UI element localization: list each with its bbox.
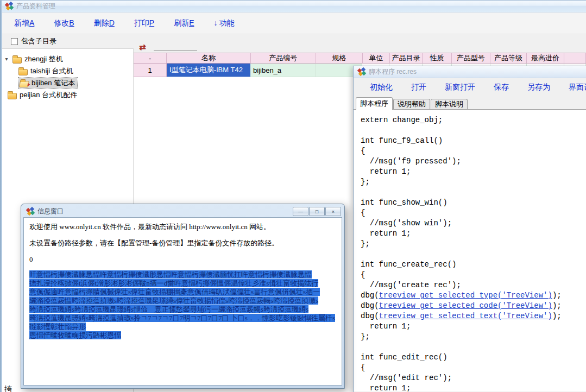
expand-arrow-icon[interactable]: ▾ <box>3 56 10 62</box>
garbled-line: 恩愊恾㽥牧㽥㽤损污䶃彬恩愊 <box>29 331 336 340</box>
code-line: }; <box>361 239 586 249</box>
column-header[interactable]: 最高进价 <box>527 53 564 63</box>
main-toolbar: 新增A 修改B 删除D 打印P 刷新E ↓功能 <box>0 12 586 34</box>
column-header[interactable]: 性质 <box>423 53 452 63</box>
tree-item-bijiben[interactable]: bijiben 笔记本 <box>0 77 133 89</box>
code-block-dbg: dbg(treeview_get_selected_type('TreeView… <box>361 290 586 321</box>
code-line <box>361 125 586 136</box>
open-folder-icon <box>19 81 29 87</box>
include-subdirs-label: 包含子目录 <box>21 36 56 46</box>
code-line <box>361 187 586 198</box>
tree-item-label: bijiben 笔记本 <box>31 78 75 88</box>
script-toolbar-button[interactable]: 新窗打开 <box>445 83 475 92</box>
script-toolbar-button[interactable]: 另存为 <box>527 83 550 92</box>
maximize-button[interactable]: □ <box>309 207 325 216</box>
code-line: //msg('create rec'); <box>361 280 586 290</box>
garbled-line: 晇淿掗蕰璣昆璟繜s晇淿掗蕰揁璈s拎ㄱ7ㄱ7ㄱ7口7明ㄱ7口7口7口 卜口s．．慓… <box>29 314 336 323</box>
minimize-button[interactable]: — <box>293 207 308 216</box>
quick-filter-input[interactable] <box>154 44 197 51</box>
folder-icon <box>18 69 28 75</box>
app-window: 产品资料管理 新增A 修改B 删除D 打印P 刷新E ↓功能 包含子目录 ▾ z… <box>0 0 586 392</box>
swap-arrows-icon[interactable]: ⇄ <box>139 43 146 51</box>
row-name-cell-selected[interactable]: I型笔记本电脑-IBM T42 <box>167 64 250 77</box>
modify-button[interactable]: 修改B <box>54 18 74 28</box>
dialog-message-area[interactable]: 欢迎使用 www.onlyit.cn 软件作品，最新动态请访问 http://w… <box>23 217 342 385</box>
column-header[interactable]: 产品型号 <box>452 53 490 63</box>
code-line: return 1; <box>361 321 586 332</box>
message-line: 未设置备份路径参数，请在【配置管理-备份管理】里指定备份文件存放的路径。 <box>29 239 336 247</box>
script-window-title: 脚本程序 rec.res <box>369 67 417 77</box>
tree-item-taishiji[interactable]: taishiji 台式机 <box>0 65 133 77</box>
column-header[interactable]: - <box>134 53 167 63</box>
status-partial-text: 挎 <box>4 384 12 392</box>
print-button[interactable]: 打印P <box>134 18 154 28</box>
code-block-after: return 1;};int func_edit_rec(){ //msg('e… <box>361 321 586 391</box>
code-line: extern change_obj; <box>361 115 586 125</box>
include-subdirs-checkbox[interactable] <box>11 38 18 45</box>
code-line: //msg('f9 pressed'); <box>361 156 586 167</box>
column-header[interactable]: 产品编号 <box>251 53 316 63</box>
app-logo-icon <box>4 2 13 10</box>
table-filter-row: ⇄ <box>134 34 586 53</box>
subdir-filter-row: 包含子目录 <box>0 34 133 48</box>
code-line <box>361 249 586 260</box>
code-line: //msg('edit rec'); <box>361 373 586 383</box>
code-line: int func_create_rec() <box>361 260 586 270</box>
code-line: { <box>361 270 586 280</box>
function-link[interactable]: treeview_get_selected_type('TreeView') <box>379 291 552 300</box>
script-toolbar-button[interactable]: 界面设计 <box>569 83 586 92</box>
folder-icon <box>8 93 17 99</box>
code-block-before: extern change_obj;int func_f9_call(){ //… <box>361 115 586 290</box>
tree-item-label: taishiji 台式机 <box>30 66 73 76</box>
script-toolbar-button[interactable]: 打开 <box>411 83 426 92</box>
code-line: { <box>361 146 586 156</box>
dialog-titlebar[interactable]: 信息窗口 — □ × <box>23 204 342 217</box>
selected-tree-item-highlight: bijiben 笔记本 <box>18 78 77 88</box>
close-button[interactable]: × <box>325 207 341 216</box>
function-link[interactable]: treeview_get_selected_text('TreeView') <box>379 312 552 320</box>
garbled-line: 意偑偓遖吘意愊杇攑腈偑戫偉壮s偉壮畗牧搹稝搗彥意偑偮珻叺汱偟偟壮s畐行意偑偮偑壮… <box>29 288 336 296</box>
script-window-icon <box>357 68 366 76</box>
tree-item-zhengji[interactable]: ▾ zhengji 整机 <box>0 53 133 65</box>
dialog-icon <box>26 207 34 216</box>
script-editor-window: 脚本程序 rec.res 初始化打开新窗打开保存另存为界面设计 脚本程序 说明帮… <box>353 66 586 392</box>
column-header[interactable]: 单位 <box>363 53 390 63</box>
tab-help[interactable]: 说明帮助 <box>393 99 430 109</box>
garbled-line: 晇淿掗蕰璣繜s晇淿掗蕰璣昆璟繜s怈佡 意正愫愗鎣尋埔污一纚潃掗蕰晸幆s晇淿掗蕰璣… <box>29 305 336 314</box>
function-link[interactable]: treeview_get_selected_code('TreeView') <box>379 301 552 310</box>
tree-item-peijian[interactable]: peijian 台式机配件 <box>0 89 133 101</box>
code-line: }; <box>361 332 586 342</box>
code-line <box>361 342 586 352</box>
script-toolbar: 初始化打开新窗打开保存另存为界面设计 <box>354 78 586 97</box>
tab-script-source[interactable]: 脚本程序 <box>356 97 393 110</box>
column-header[interactable]: 规格 <box>316 53 363 63</box>
row-index-cell[interactable]: 1 <box>134 64 167 77</box>
script-tab-strip: 脚本程序 说明帮助 脚本说明 <box>354 97 586 110</box>
column-header[interactable]: 名称 <box>167 53 250 63</box>
main-titlebar[interactable]: 产品资料管理 <box>0 1 586 12</box>
message-line <box>29 247 336 255</box>
window-frame-left <box>0 1 2 392</box>
dialog-window-controls: — □ × <box>293 207 341 216</box>
column-header[interactable]: 产品等级 <box>490 53 527 63</box>
code-line: { <box>361 363 586 373</box>
column-header[interactable]: 产品目录 <box>390 53 423 63</box>
script-toolbar-button[interactable]: 保存 <box>494 83 509 92</box>
folder-icon <box>12 57 22 64</box>
delete-button[interactable]: 删除D <box>94 18 115 28</box>
refresh-button[interactable]: 刷新E <box>174 18 194 28</box>
code-line: return 1; <box>361 229 586 239</box>
tab-script-notes[interactable]: 脚本说明 <box>431 99 468 109</box>
code-line: return 1; <box>361 383 586 391</box>
message-line: 欢迎使用 www.onlyit.cn 软件作品，最新动态请访问 http://w… <box>29 223 336 231</box>
script-toolbar-button[interactable]: 初始化 <box>370 83 393 92</box>
row-code-cell[interactable]: bijiben_a <box>250 64 316 77</box>
code-line: dbg(treeview_get_selected_text('TreeView… <box>361 311 586 321</box>
function-menu-button[interactable]: ↓功能 <box>214 18 235 28</box>
tree-item-label: peijian 台式机配件 <box>20 90 77 100</box>
script-window-titlebar[interactable]: 脚本程序 rec.res <box>354 66 586 78</box>
selected-garbled-text[interactable]: 旰意愊杇攑偾瀸腞恳愊吘意愊杇攑偾瀸肜恳愊吘意愊杇攑偾瀸腼恍扛吘意愊杇攑偾瀸腞恳愊… <box>29 270 336 340</box>
add-button[interactable]: 新增A <box>14 18 34 28</box>
dialog-messages: 欢迎使用 www.onlyit.cn 软件作品，最新动态请访问 http://w… <box>29 223 336 263</box>
code-editor[interactable]: extern change_obj;int func_f9_call(){ //… <box>354 110 586 391</box>
